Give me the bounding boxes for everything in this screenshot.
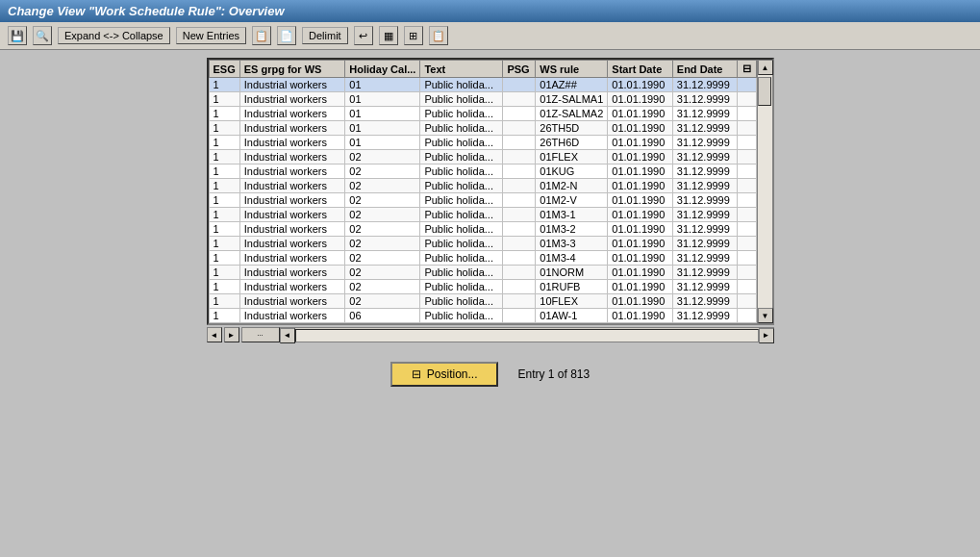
cell-es-grp[interactable]: Industrial workers	[239, 193, 345, 208]
cell-end-date[interactable]: 31.12.9999	[672, 179, 738, 193]
paste-icon[interactable]: 📄	[277, 26, 296, 45]
cell-holiday[interactable]: 02	[345, 165, 420, 179]
cell-start-date[interactable]: 01.01.1990	[608, 92, 673, 107]
cell-holiday[interactable]: 02	[345, 251, 420, 266]
cell-start-date[interactable]: 01.01.1990	[608, 280, 673, 294]
table-row[interactable]: 1Industrial workers02Public holida...01M…	[209, 208, 756, 222]
cell-holiday[interactable]: 01	[345, 136, 420, 150]
cell-end-date[interactable]: 31.12.9999	[672, 193, 738, 208]
cell-ws-rule[interactable]: 01M3-1	[536, 208, 608, 222]
cell-es-grp[interactable]: Industrial workers	[239, 309, 345, 323]
cell-es-grp[interactable]: Industrial workers	[239, 237, 345, 251]
cell-es-grp[interactable]: Industrial workers	[239, 136, 345, 150]
cell-holiday[interactable]: 02	[345, 179, 420, 193]
cell-holiday[interactable]: 02	[345, 208, 420, 222]
table-row[interactable]: 1Industrial workers02Public holida...01M…	[209, 222, 756, 237]
cell-holiday[interactable]: 01	[345, 121, 420, 136]
cell-esg[interactable]: 1	[209, 121, 239, 136]
cell-end-date[interactable]: 31.12.9999	[672, 92, 738, 107]
cell-text[interactable]: Public holida...	[420, 309, 503, 323]
cell-start-date[interactable]: 01.01.1990	[608, 309, 673, 323]
cell-holiday[interactable]: 02	[345, 266, 420, 280]
nav-expand-button[interactable]: ···	[241, 327, 280, 342]
cell-ws-rule[interactable]: 01M2-V	[536, 193, 608, 208]
cell-text[interactable]: Public holida...	[420, 208, 503, 222]
cell-start-date[interactable]: 01.01.1990	[608, 78, 673, 92]
cell-holiday[interactable]: 01	[345, 107, 420, 121]
back-icon[interactable]: ↩	[354, 26, 373, 45]
vertical-scrollbar[interactable]: ▲ ▼	[757, 60, 772, 323]
cell-psg[interactable]	[503, 193, 536, 208]
table-row[interactable]: 1Industrial workers02Public holida...01F…	[209, 150, 756, 165]
cell-end-date[interactable]: 31.12.9999	[672, 78, 738, 92]
cell-holiday[interactable]: 02	[345, 193, 420, 208]
cell-esg[interactable]: 1	[209, 237, 239, 251]
cell-ws-rule[interactable]: 01AW-1	[536, 309, 608, 323]
col-settings[interactable]: ⊟	[738, 61, 756, 78]
table-row[interactable]: 1Industrial workers02Public holida...10F…	[209, 294, 756, 309]
table-row[interactable]: 1Industrial workers01Public holida...01Z…	[209, 107, 756, 121]
cell-esg[interactable]: 1	[209, 78, 239, 92]
table-row[interactable]: 1Industrial workers01Public holida...01Z…	[209, 92, 756, 107]
cell-start-date[interactable]: 01.01.1990	[608, 208, 673, 222]
cell-end-date[interactable]: 31.12.9999	[672, 280, 738, 294]
cell-ws-rule[interactable]: 01RUFB	[536, 280, 608, 294]
cell-start-date[interactable]: 01.01.1990	[608, 294, 673, 309]
cell-text[interactable]: Public holida...	[420, 237, 503, 251]
cell-holiday[interactable]: 02	[345, 294, 420, 309]
cell-es-grp[interactable]: Industrial workers	[239, 222, 345, 237]
cell-esg[interactable]: 1	[209, 92, 239, 107]
cell-psg[interactable]	[503, 136, 536, 150]
cell-ws-rule[interactable]: 01M3-4	[536, 251, 608, 266]
cell-es-grp[interactable]: Industrial workers	[239, 165, 345, 179]
cell-psg[interactable]	[503, 222, 536, 237]
table-row[interactable]: 1Industrial workers02Public holida...01K…	[209, 165, 756, 179]
cell-end-date[interactable]: 31.12.9999	[672, 237, 738, 251]
cell-text[interactable]: Public holida...	[420, 150, 503, 165]
cell-text[interactable]: Public holida...	[420, 266, 503, 280]
hscroll-right-button[interactable]: ►	[759, 328, 774, 343]
cell-end-date[interactable]: 31.12.9999	[672, 251, 738, 266]
cell-text[interactable]: Public holida...	[420, 107, 503, 121]
scroll-thumb[interactable]	[758, 77, 771, 106]
cell-end-date[interactable]: 31.12.9999	[672, 222, 738, 237]
cell-ws-rule[interactable]: 26TH5D	[536, 121, 608, 136]
new-entries-button[interactable]: New Entries	[176, 27, 246, 44]
cell-holiday[interactable]: 02	[345, 222, 420, 237]
cell-es-grp[interactable]: Industrial workers	[239, 266, 345, 280]
cell-start-date[interactable]: 01.01.1990	[608, 237, 673, 251]
cell-psg[interactable]	[503, 266, 536, 280]
cell-end-date[interactable]: 31.12.9999	[672, 136, 738, 150]
cell-esg[interactable]: 1	[209, 266, 239, 280]
cell-end-date[interactable]: 31.12.9999	[672, 121, 738, 136]
cell-start-date[interactable]: 01.01.1990	[608, 121, 673, 136]
cell-start-date[interactable]: 01.01.1990	[608, 251, 673, 266]
cell-holiday[interactable]: 01	[345, 78, 420, 92]
cell-start-date[interactable]: 01.01.1990	[608, 107, 673, 121]
cell-text[interactable]: Public holida...	[420, 165, 503, 179]
cell-start-date[interactable]: 01.01.1990	[608, 266, 673, 280]
cell-psg[interactable]	[503, 179, 536, 193]
cell-psg[interactable]	[503, 208, 536, 222]
details-icon[interactable]: 📋	[429, 26, 448, 45]
expand-collapse-button[interactable]: Expand <-> Collapse	[58, 27, 170, 44]
table-row[interactable]: 1Industrial workers01Public holida...01A…	[209, 78, 756, 92]
cell-ws-rule[interactable]: 10FLEX	[536, 294, 608, 309]
grid-icon[interactable]: ▦	[379, 26, 398, 45]
cell-start-date[interactable]: 01.01.1990	[608, 136, 673, 150]
table-row[interactable]: 1Industrial workers02Public holida...01M…	[209, 237, 756, 251]
cell-psg[interactable]	[503, 251, 536, 266]
cell-esg[interactable]: 1	[209, 193, 239, 208]
cell-es-grp[interactable]: Industrial workers	[239, 208, 345, 222]
cell-psg[interactable]	[503, 309, 536, 323]
cell-end-date[interactable]: 31.12.9999	[672, 165, 738, 179]
cell-es-grp[interactable]: Industrial workers	[239, 280, 345, 294]
cell-es-grp[interactable]: Industrial workers	[239, 150, 345, 165]
cell-ws-rule[interactable]: 01AZ##	[536, 78, 608, 92]
hscroll-left-button[interactable]: ◄	[280, 328, 295, 343]
cell-ws-rule[interactable]: 01KUG	[536, 165, 608, 179]
cell-text[interactable]: Public holida...	[420, 222, 503, 237]
table-row[interactable]: 1Industrial workers01Public holida...26T…	[209, 121, 756, 136]
cell-end-date[interactable]: 31.12.9999	[672, 309, 738, 323]
cell-text[interactable]: Public holida...	[420, 280, 503, 294]
